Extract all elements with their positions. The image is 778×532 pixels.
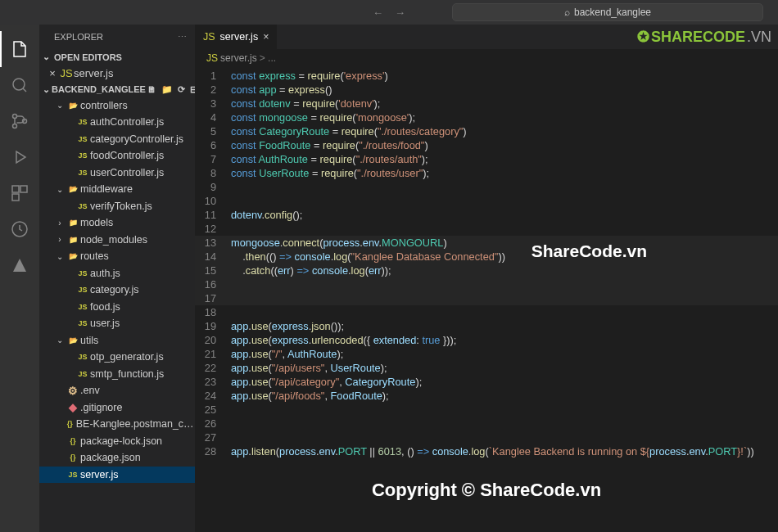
activity-debug-icon[interactable]: [0, 139, 39, 175]
code-line[interactable]: 26: [195, 417, 778, 431]
refresh-icon[interactable]: ⟳: [178, 84, 185, 95]
open-editor-item[interactable]: × JS server.js: [39, 65, 195, 82]
tree-file[interactable]: JSuser.js: [39, 315, 195, 332]
activity-search-icon[interactable]: [0, 67, 39, 103]
code-line[interactable]: 13mongoose.connect(process.env.MONGOURL): [195, 236, 778, 250]
tree-folder[interactable]: ⌄📂controllers: [39, 97, 195, 115]
tree-folder[interactable]: ⌄📂routes: [39, 248, 195, 265]
code-line[interactable]: 17: [195, 291, 778, 305]
new-folder-icon[interactable]: 📁: [161, 84, 173, 95]
tree-file[interactable]: JSuserController.js: [39, 165, 195, 182]
tree-item-label: .env: [80, 385, 100, 396]
breadcrumb-file: server.js: [220, 52, 257, 64]
new-file-icon[interactable]: 🗎: [147, 84, 156, 95]
code-line[interactable]: 11dotenv.config();: [195, 208, 778, 222]
tree-file[interactable]: JScategory.js: [39, 282, 195, 299]
svg-rect-6: [12, 194, 19, 201]
activity-scm-icon[interactable]: [0, 103, 39, 139]
tree-file[interactable]: {}package.json: [39, 449, 195, 467]
tree-item-label: server.js: [80, 469, 119, 480]
nav-back-icon[interactable]: ←: [373, 7, 383, 19]
tree-file[interactable]: {}package-lock.json: [39, 433, 195, 450]
tree-folder[interactable]: ⌄📂middleware: [39, 181, 195, 198]
code-line[interactable]: 28app.listen(process.env.PORT || 6013, (…: [195, 444, 778, 458]
code-line[interactable]: 5const CategoryRoute = require("./routes…: [195, 124, 778, 138]
line-number: 20: [195, 333, 231, 347]
code-line[interactable]: 9: [195, 180, 778, 194]
line-content: const CategoryRoute = require("./routes/…: [231, 124, 467, 138]
sidebar: EXPLORER ⋯ ⌄ OPEN EDITORS × JS server.js…: [39, 25, 195, 532]
open-editors-section[interactable]: ⌄ OPEN EDITORS: [39, 49, 195, 65]
code-line[interactable]: 25: [195, 403, 778, 417]
more-icon[interactable]: ⋯: [178, 32, 187, 43]
line-number: 23: [195, 375, 231, 389]
tree-file[interactable]: JSverifyToken.js: [39, 198, 195, 215]
activity-extensions-icon[interactable]: [0, 175, 39, 211]
code-line[interactable]: 7const AuthRoute = require("./routes/aut…: [195, 152, 778, 166]
line-number: 4: [195, 110, 231, 124]
js-icon: JS: [75, 118, 90, 126]
tree-file[interactable]: JSfood.js: [39, 299, 195, 316]
tree-file[interactable]: JScategoryController.js: [39, 131, 195, 148]
chevron-icon: ›: [54, 219, 66, 228]
code-line[interactable]: 2const app = express(): [195, 83, 778, 97]
code-editor[interactable]: 1const express = require('express')2cons…: [195, 67, 778, 532]
tree-file[interactable]: ⚙.env: [39, 382, 195, 399]
titlebar: ← → ⌕ backend_kanglee: [0, 0, 778, 25]
breadcrumb[interactable]: JS server.js > ...: [195, 49, 778, 67]
line-content: app.use(express.urlencoded({ extended: t…: [231, 333, 456, 347]
code-line[interactable]: 27: [195, 431, 778, 444]
tree-file[interactable]: JSsmtp_function.js: [39, 366, 195, 383]
project-name: BACKEND_KANGLEE: [52, 84, 146, 94]
close-icon[interactable]: ×: [263, 31, 269, 43]
code-line[interactable]: 22app.use("/api/users", UserRoute);: [195, 361, 778, 375]
open-editors-label: OPEN EDITORS: [54, 52, 122, 62]
watermark-logo: ✪SHARECODE.VN: [637, 28, 771, 46]
js-icon: JS: [75, 151, 90, 160]
code-line[interactable]: 10: [195, 194, 778, 208]
tree-file[interactable]: JSserver.js: [39, 467, 195, 484]
code-line[interactable]: 3const dotenv = require('dotenv');: [195, 97, 778, 110]
code-line[interactable]: 16: [195, 277, 778, 291]
tree-folder[interactable]: ›📁node_modules: [39, 232, 195, 249]
code-line[interactable]: 23app.use("/api/category", CategoryRoute…: [195, 375, 778, 389]
activity-triangle-icon[interactable]: [0, 247, 39, 283]
code-line[interactable]: 21app.use("/", AuthRoute);: [195, 347, 778, 361]
code-line[interactable]: 12: [195, 222, 778, 236]
tree-file[interactable]: JSauth.js: [39, 265, 195, 282]
tree-item-label: foodController.js: [90, 150, 164, 161]
tree-file[interactable]: JSotp_generator.js: [39, 349, 195, 366]
tab-server-js[interactable]: JS server.js ×: [195, 25, 278, 49]
code-line[interactable]: 24app.use("/api/foods", FoodRoute);: [195, 389, 778, 403]
code-line[interactable]: 1const express = require('express'): [195, 69, 778, 83]
folder-utils-icon: 📂: [66, 336, 80, 345]
code-line[interactable]: 18: [195, 305, 778, 319]
tree-file[interactable]: {}BE-Kanglee.postman_collecti...: [39, 416, 195, 433]
project-section[interactable]: ⌄ BACKEND_KANGLEE 🗎 📁 ⟳ ⊟: [39, 82, 195, 97]
code-line[interactable]: 6const FoodRoute = require("./routes/foo…: [195, 138, 778, 152]
js-icon: JS: [206, 52, 218, 64]
code-line[interactable]: 15 .catch((err) => console.log(err));: [195, 264, 778, 277]
tree-file[interactable]: JSfoodController.js: [39, 147, 195, 165]
line-content: const UserRoute = require("./routes/user…: [231, 166, 429, 180]
nav-fwd-icon[interactable]: →: [395, 7, 405, 19]
tree-file[interactable]: JSauthController.js: [39, 114, 195, 131]
code-line[interactable]: 20app.use(express.urlencoded({ extended:…: [195, 333, 778, 347]
activity-explorer-icon[interactable]: [0, 31, 39, 67]
open-editor-label: server.js: [74, 67, 113, 79]
tree-folder[interactable]: ⌄📂utils: [39, 332, 195, 349]
close-icon[interactable]: ×: [46, 67, 59, 79]
tree-folder[interactable]: ›📁models: [39, 214, 195, 232]
code-line[interactable]: 4const mongoose = require('mongoose');: [195, 110, 778, 124]
tree-item-label: utils: [80, 335, 98, 346]
tree-item-label: models: [80, 217, 113, 228]
tree-file[interactable]: ◆.gitignore: [39, 399, 195, 417]
js-icon: JS: [75, 269, 90, 277]
code-line[interactable]: 19app.use(express.json());: [195, 319, 778, 333]
search-box[interactable]: ⌕ backend_kanglee: [452, 3, 763, 21]
line-number: 13: [195, 236, 231, 250]
code-line[interactable]: 14 .then(() => console.log("Kanglee Data…: [195, 250, 778, 264]
activity-timeline-icon[interactable]: [0, 211, 39, 247]
code-line[interactable]: 8const UserRoute = require("./routes/use…: [195, 166, 778, 180]
tab-label: server.js: [220, 31, 259, 43]
